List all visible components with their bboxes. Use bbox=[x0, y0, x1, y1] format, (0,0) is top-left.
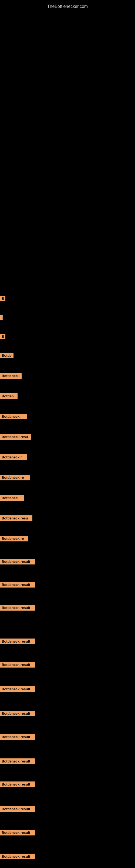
bottleneck-label: Bottleneck result bbox=[0, 711, 35, 716]
bottleneck-label: Bottleneck result bbox=[0, 662, 35, 668]
bottleneck-label: Bottleneck bbox=[0, 373, 21, 379]
bottleneck-label: Bottleneck result bbox=[0, 559, 35, 564]
bottleneck-label: Bott|e bbox=[0, 352, 13, 358]
bottleneck-label: Bottleneck r bbox=[0, 414, 27, 420]
bottleneck-label: Bottleneck result bbox=[0, 582, 35, 588]
bottleneck-label: Bottleneck resu bbox=[0, 516, 32, 521]
site-title: TheBottlenecker.com bbox=[0, 1, 135, 12]
bottleneck-label: Bottleneck result bbox=[0, 734, 35, 740]
bottleneck-label: Bottleneck re bbox=[0, 475, 30, 480]
bottleneck-label: Bottleneck result bbox=[0, 686, 35, 692]
bottleneck-label: Bottleneck result bbox=[0, 854, 35, 859]
bottleneck-label: B bbox=[0, 296, 5, 301]
bottleneck-label: Bottleneck re bbox=[0, 536, 28, 541]
bottleneck-label: Bottleneck result bbox=[0, 758, 35, 764]
bottleneck-label: Bottleneck r bbox=[0, 454, 27, 460]
bottleneck-label: Bottlen bbox=[0, 393, 17, 399]
bottleneck-label: B bbox=[0, 334, 5, 339]
bottleneck-label: Bottlenec bbox=[0, 495, 24, 501]
bottleneck-label: Bottleneck result bbox=[0, 781, 35, 787]
bottleneck-label: Bottleneck result bbox=[0, 806, 35, 812]
bottleneck-label: Bottleneck resu bbox=[0, 434, 31, 440]
bottleneck-label: | bbox=[0, 315, 3, 320]
bottleneck-label: Bottleneck result bbox=[0, 830, 35, 835]
bottleneck-label: Bottleneck result bbox=[0, 605, 35, 611]
bottleneck-label: Bottleneck result bbox=[0, 639, 35, 644]
